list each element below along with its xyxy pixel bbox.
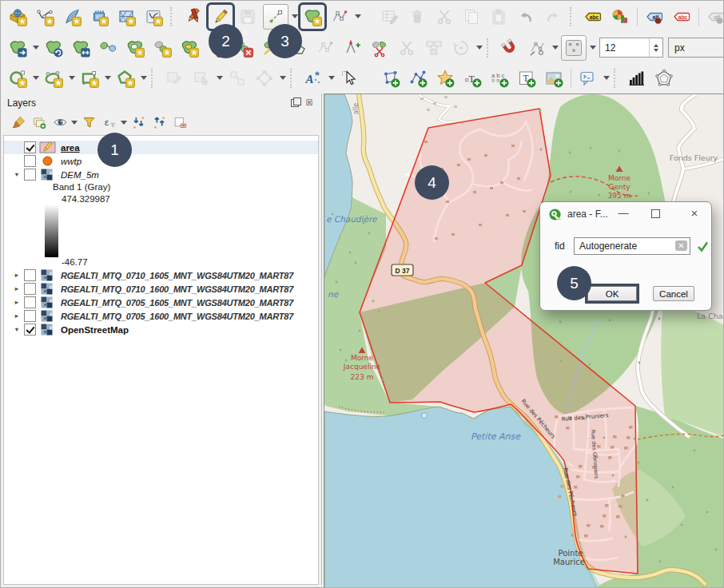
- add-part-icon[interactable]: [150, 36, 174, 60]
- create-image-annotation-icon[interactable]: [542, 66, 566, 90]
- add-regular-polygon-dropdown-icon[interactable]: [139, 67, 148, 89]
- rotate-feature-icon[interactable]: [42, 36, 66, 60]
- layer-visibility-checkbox[interactable]: [24, 310, 36, 322]
- add-ellipse-dropdown-icon[interactable]: [67, 67, 76, 89]
- follow-line-text-dropdown-icon[interactable]: [327, 67, 336, 89]
- current-edits-icon[interactable]: [181, 5, 205, 29]
- layer-visibility-checkbox[interactable]: [24, 141, 36, 153]
- select-annotation-dropdown-icon[interactable]: [215, 67, 224, 89]
- layer-row-RGEALTI_MTQ_0705_1605_MNT_WGS84UTM20_MART87[interactable]: ►RGEALTI_MTQ_0705_1605_MNT_WGS84UTM20_MA…: [4, 296, 318, 309]
- highlight-pinned-labels-icon[interactable]: abc: [670, 5, 694, 29]
- layer-visibility-checkbox[interactable]: [24, 155, 36, 167]
- rotate-point-symbols-dropdown-icon[interactable]: [475, 37, 483, 59]
- layer-visibility-checkbox[interactable]: [24, 324, 36, 336]
- layer-row-DEM_5m[interactable]: ▼DEM_5m: [4, 168, 318, 181]
- vertex-tool-dropdown-icon[interactable]: [353, 6, 362, 28]
- create-polygon-annotation-icon[interactable]: [379, 66, 403, 90]
- create-text-along-line-icon[interactable]: a b c: [487, 66, 511, 90]
- layer-expander-closed-icon[interactable]: ►: [10, 272, 24, 279]
- follow-line-text-icon[interactable]: A: [301, 66, 325, 90]
- layer-visibility-checkbox[interactable]: [24, 269, 36, 281]
- layer-label[interactable]: RGEALTI_MTQ_0705_1605_MNT_WGS84UTM20_MAR…: [61, 298, 293, 308]
- snapping-options-dropdown-icon[interactable]: [551, 37, 559, 59]
- layer-expander-open-icon[interactable]: ▼: [10, 171, 24, 178]
- dem-histogram-icon[interactable]: [625, 66, 649, 90]
- add-circle-icon[interactable]: [6, 66, 30, 90]
- add-polygon-feature-icon[interactable]: [300, 5, 324, 29]
- layer-label[interactable]: wwtp: [61, 157, 82, 166]
- layer-row-RGEALTI_MTQ_0710_1605_MNT_WGS84UTM20_MART87[interactable]: ►RGEALTI_MTQ_0710_1605_MNT_WGS84UTM20_MA…: [4, 268, 318, 282]
- layer-row-wwtp[interactable]: wwtp: [4, 154, 318, 168]
- layer-visibility-checkbox[interactable]: [24, 296, 36, 308]
- add-circle-dropdown-icon[interactable]: [31, 67, 40, 89]
- dem-radar-icon[interactable]: [652, 66, 676, 90]
- enable-snapping-icon[interactable]: [498, 36, 522, 60]
- annotation-geometry-dropdown-icon[interactable]: [278, 67, 287, 89]
- filter-legend-icon[interactable]: [79, 113, 98, 133]
- layer-label[interactable]: DEM_5m: [61, 170, 99, 180]
- add-rectangle-dropdown-icon[interactable]: [103, 67, 112, 89]
- new-geopackage-layer-icon[interactable]: [6, 5, 30, 29]
- create-line-annotation-icon[interactable]: [406, 66, 430, 90]
- cancel-button[interactable]: Cancel: [653, 286, 694, 301]
- clear-input-icon[interactable]: ✕: [675, 240, 687, 251]
- maximize-icon[interactable]: [651, 208, 660, 220]
- snapping-unit-combo[interactable]: px: [668, 38, 724, 58]
- layer-label[interactable]: RGEALTI_MTQ_0710_1605_MNT_WGS84UTM20_MAR…: [61, 271, 293, 280]
- expand-all-icon[interactable]: [129, 113, 148, 133]
- open-layer-styling-icon[interactable]: [9, 113, 28, 133]
- remove-layer-group-icon[interactable]: [170, 113, 189, 133]
- undo-icon[interactable]: [514, 5, 538, 29]
- create-marker-annotation-icon[interactable]: [433, 66, 457, 90]
- minimize-icon[interactable]: —: [617, 208, 630, 219]
- new-mesh-layer-icon[interactable]: [114, 5, 138, 29]
- layer-expander-closed-icon[interactable]: ►: [10, 312, 24, 320]
- panel-float-icon[interactable]: [289, 97, 300, 108]
- filter-by-expression-icon[interactable]: ε: [100, 113, 119, 133]
- map-canvas[interactable]: D 37allee ChaudièreneFonds FleuryMorneGe…: [324, 93, 723, 587]
- filter-by-expression-dropdown-icon[interactable]: [120, 113, 128, 133]
- manage-map-themes-icon[interactable]: [50, 113, 70, 133]
- layer-row-RGEALTI_MTQ_0710_1600_MNT_WGS84UTM20_MART87[interactable]: ►RGEALTI_MTQ_0710_1600_MNT_WGS84UTM20_MA…: [4, 282, 318, 296]
- manage-map-themes-dropdown-icon[interactable]: [70, 113, 78, 133]
- snapping-options-icon[interactable]: [525, 36, 549, 60]
- create-text-annotation-icon[interactable]: T: [460, 66, 484, 90]
- annotation-pointer-icon[interactable]: [337, 66, 361, 90]
- collapse-all-icon[interactable]: [149, 113, 169, 133]
- layer-expander-closed-icon[interactable]: ►: [10, 285, 24, 292]
- panel-close-icon[interactable]: ☒: [304, 97, 315, 108]
- close-icon[interactable]: ×: [688, 208, 701, 219]
- ok-button[interactable]: OK: [587, 286, 637, 301]
- layer-label[interactable]: RGEALTI_MTQ_0705_1600_MNT_WGS84UTM20_MAR…: [61, 312, 293, 321]
- layer-labeling-options-icon[interactable]: abc: [581, 5, 605, 29]
- create-text-box-icon[interactable]: T: [515, 66, 539, 90]
- new-temporary-scratch-layer-icon[interactable]: [87, 5, 111, 29]
- layer-row-area[interactable]: area: [4, 141, 318, 154]
- new-virtual-layer-icon[interactable]: [141, 5, 165, 29]
- html-annotation-dropdown-icon[interactable]: [602, 67, 611, 89]
- layer-expander-open-icon[interactable]: ▼: [10, 326, 24, 333]
- add-ring-icon[interactable]: [123, 36, 147, 60]
- new-shapefile-layer-icon[interactable]: [33, 5, 57, 29]
- add-rectangle-icon[interactable]: [78, 66, 101, 90]
- new-spatialite-layer-icon[interactable]: [60, 5, 84, 29]
- add-ellipse-icon[interactable]: [42, 66, 66, 90]
- layer-label[interactable]: OpenStreetMap: [61, 325, 129, 335]
- display-grid-icon[interactable]: [561, 35, 587, 61]
- fid-input[interactable]: Autogenerate ✕: [574, 237, 690, 255]
- add-group-icon[interactable]: [30, 113, 49, 133]
- split-parts-icon[interactable]: [368, 36, 392, 60]
- split-features-icon[interactable]: [340, 36, 364, 60]
- scale-feature-icon[interactable]: [69, 36, 93, 60]
- move-feature-icon[interactable]: [6, 36, 30, 60]
- layer-diagram-options-icon[interactable]: [608, 5, 632, 29]
- add-regular-polygon-icon[interactable]: [113, 66, 137, 90]
- pin-unpin-labels-icon[interactable]: ab: [642, 5, 666, 29]
- simplify-feature-icon[interactable]: [96, 36, 120, 60]
- layer-visibility-checkbox[interactable]: [24, 283, 36, 295]
- fill-ring-icon[interactable]: [177, 36, 201, 60]
- layer-label[interactable]: RGEALTI_MTQ_0710_1600_MNT_WGS84UTM20_MAR…: [61, 284, 293, 294]
- digitize-with-segment-dropdown-icon[interactable]: [290, 6, 299, 28]
- layer-expander-closed-icon[interactable]: ►: [10, 299, 24, 306]
- layer-row-RGEALTI_MTQ_0705_1600_MNT_WGS84UTM20_MART87[interactable]: ►RGEALTI_MTQ_0705_1600_MNT_WGS84UTM20_MA…: [4, 309, 318, 323]
